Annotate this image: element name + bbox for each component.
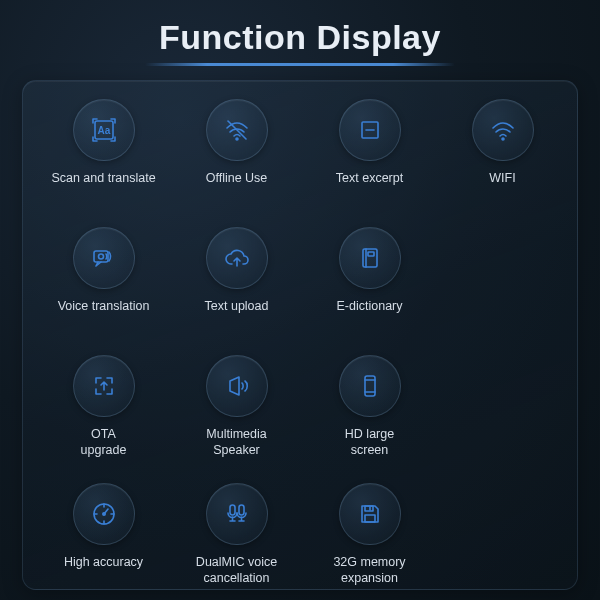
feature-label: HD largescreen <box>345 427 394 458</box>
title-underline <box>145 63 455 66</box>
scan-translate-icon <box>73 99 135 161</box>
page-title: Function Display <box>0 0 600 57</box>
ota-upgrade-icon <box>73 355 135 417</box>
feature-label: Text excerpt <box>336 171 403 187</box>
feature-high-accuracy: High accuracy <box>41 483 166 600</box>
wifi-icon <box>472 99 534 161</box>
dual-mic-icon <box>206 483 268 545</box>
empty-cell <box>440 355 565 473</box>
feature-voice-translation: Voice translation <box>41 227 166 345</box>
text-excerpt-icon <box>339 99 401 161</box>
feature-label: Voice translation <box>58 299 150 315</box>
feature-multimedia-speaker: MultimediaSpeaker <box>174 355 299 473</box>
screen-icon <box>339 355 401 417</box>
feature-e-dictionary: E-dictionary <box>307 227 432 345</box>
feature-label: MultimediaSpeaker <box>206 427 266 458</box>
speaker-icon <box>206 355 268 417</box>
feature-hd-screen: HD largescreen <box>307 355 432 473</box>
features-grid: Scan and translateOffline UseText excerp… <box>41 99 565 600</box>
feature-scan-translate: Scan and translate <box>41 99 166 217</box>
feature-label: Scan and translate <box>51 171 155 187</box>
feature-offline-use: Offline Use <box>174 99 299 217</box>
accuracy-icon <box>73 483 135 545</box>
voice-translation-icon <box>73 227 135 289</box>
empty-cell <box>440 483 565 600</box>
feature-ota-upgrade: OTAupgrade <box>41 355 166 473</box>
feature-label: High accuracy <box>64 555 143 571</box>
feature-dual-mic: DualMIC voicecancellation <box>174 483 299 600</box>
feature-label: E-dictionary <box>337 299 403 315</box>
feature-label: WIFI <box>489 171 515 187</box>
wifi-off-icon <box>206 99 268 161</box>
feature-text-excerpt: Text excerpt <box>307 99 432 217</box>
feature-label: DualMIC voicecancellation <box>196 555 277 586</box>
storage-icon <box>339 483 401 545</box>
features-panel: Scan and translateOffline UseText excerp… <box>22 80 578 590</box>
feature-text-upload: Text upload <box>174 227 299 345</box>
cloud-upload-icon <box>206 227 268 289</box>
feature-label: Text upload <box>205 299 269 315</box>
feature-label: Offline Use <box>206 171 268 187</box>
feature-storage-expansion: 32G memoryexpansion <box>307 483 432 600</box>
empty-cell <box>440 227 565 345</box>
feature-label: OTAupgrade <box>81 427 127 458</box>
feature-label: 32G memoryexpansion <box>333 555 405 586</box>
dictionary-icon <box>339 227 401 289</box>
feature-wifi: WIFI <box>440 99 565 217</box>
